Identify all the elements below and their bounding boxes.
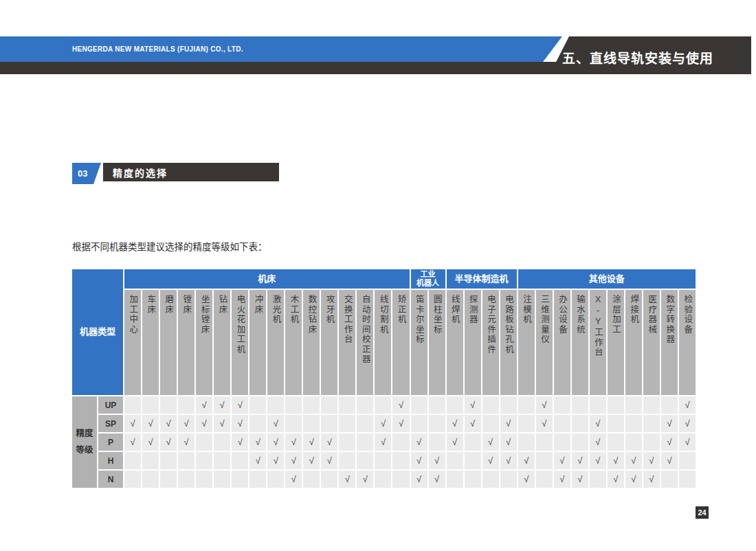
grade-cell — [465, 471, 481, 488]
grade-cell — [392, 434, 409, 451]
grade-cell — [590, 471, 606, 488]
grade-cell: √ — [178, 434, 194, 451]
grade-cell — [518, 396, 535, 414]
grade-cell — [392, 471, 409, 488]
column-header: 磨床 — [160, 290, 177, 395]
grade-cell — [572, 415, 588, 432]
grade-cell — [142, 471, 159, 488]
column-header: 焊接机 — [625, 290, 642, 395]
column-header: 钻床 — [214, 290, 230, 395]
grade-cell: √ — [303, 452, 320, 469]
column-header: 办公设备 — [554, 290, 570, 395]
grade-cell — [679, 452, 696, 469]
grade-cell: √ — [643, 452, 660, 469]
grade-cell — [429, 434, 445, 451]
grade-cell — [447, 471, 463, 488]
grade-cell — [608, 396, 624, 414]
grade-cell — [124, 471, 141, 488]
grade-cell: √ — [679, 396, 696, 414]
grade-cell: √ — [321, 434, 337, 451]
grade-cell — [267, 396, 284, 414]
grade-cell — [643, 434, 660, 451]
grade-cell — [160, 452, 177, 469]
grade-cell — [232, 471, 248, 488]
column-header: 电路板钻孔机 — [500, 290, 517, 395]
grade-cell: √ — [214, 415, 230, 432]
grade-cell: √ — [142, 415, 159, 432]
grade-cell — [321, 396, 337, 414]
grade-cell — [572, 396, 588, 414]
grade-cell: √ — [196, 396, 212, 414]
grade-cell — [411, 396, 427, 414]
grade-cell — [554, 415, 570, 432]
grade-cell: √ — [447, 434, 463, 451]
grade-cell — [661, 396, 678, 414]
chapter-title: 五、直线导轨安装与使用 — [550, 44, 713, 67]
grade-cell — [357, 396, 373, 414]
grade-cell — [482, 471, 499, 488]
grade-cell: √ — [465, 415, 481, 432]
grade-cell — [375, 471, 391, 488]
column-header: 检验设备 — [679, 290, 696, 395]
column-header: 数控钻床 — [303, 290, 320, 395]
grade-cell: √ — [661, 452, 678, 469]
group-header: 工业 机器人 — [411, 269, 445, 289]
grade-cell: √ — [285, 434, 302, 451]
grade-cell: √ — [267, 452, 284, 469]
section-number: 03 — [78, 168, 87, 179]
grade-cell — [500, 471, 517, 488]
grade-cell — [643, 415, 660, 432]
column-header: 冲床 — [249, 290, 266, 395]
grade-cell: √ — [608, 471, 624, 488]
column-header: 攻牙机 — [321, 290, 337, 395]
grade-cell — [608, 415, 624, 432]
grade-cell: √ — [590, 434, 606, 451]
grade-cell — [196, 452, 212, 469]
column-header: 加工中心 — [124, 290, 141, 395]
grade-cell — [214, 452, 230, 469]
grade-row-label-n: N — [98, 471, 123, 488]
grade-cell: √ — [447, 415, 463, 432]
grade-cell — [249, 415, 266, 432]
column-header: 线焊机 — [447, 290, 463, 395]
grade-cell — [339, 452, 355, 469]
column-header: 电火花加工机 — [232, 290, 248, 395]
column-header: 笛卡尔坐标 — [411, 290, 427, 395]
grade-cell — [536, 471, 553, 488]
grade-cell — [196, 471, 212, 488]
grade-cell — [518, 415, 535, 432]
grade-cell — [124, 452, 141, 469]
grade-cell — [178, 452, 194, 469]
intro-text: 根据不同机器类型建议选择的精度等级如下表： — [72, 239, 267, 253]
grade-cell — [411, 415, 427, 432]
grade-cell — [661, 471, 678, 488]
grade-cell: √ — [303, 434, 320, 451]
column-header: X-Y工作台 — [590, 290, 606, 395]
grade-cell — [267, 471, 284, 488]
grade-cell — [518, 434, 535, 451]
grade-row-label-sp: SP — [98, 415, 123, 432]
grade-cell: √ — [160, 434, 177, 451]
grade-cell — [160, 396, 177, 414]
column-header: 数字转换器 — [661, 290, 678, 395]
grade-cell — [679, 471, 696, 488]
grade-cell: √ — [429, 452, 445, 469]
grade-cell — [608, 434, 624, 451]
grade-cell: √ — [267, 415, 284, 432]
grade-cell: √ — [661, 434, 678, 451]
grade-row-label-up: UP — [98, 396, 123, 414]
grade-cell: √ — [392, 415, 409, 432]
grade-cell — [214, 471, 230, 488]
column-header: 输水系统 — [572, 290, 588, 395]
grade-cell — [285, 415, 302, 432]
grade-cell — [321, 415, 337, 432]
grade-cell: √ — [554, 471, 570, 488]
grade-cell — [357, 415, 373, 432]
grade-cell — [178, 471, 194, 488]
grade-cell: √ — [643, 471, 660, 488]
group-header: 其他设备 — [518, 269, 696, 289]
grade-cell: √ — [500, 452, 517, 469]
grade-cell — [357, 452, 373, 469]
grade-cell — [625, 415, 642, 432]
grade-cell: √ — [321, 452, 337, 469]
